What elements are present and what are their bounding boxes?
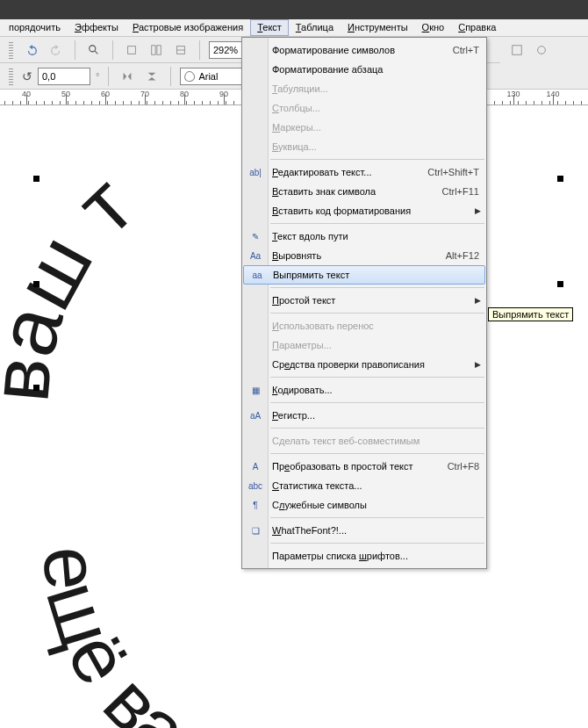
menu-item: Сделать текст веб-совместимым [242,431,486,450]
menu-item[interactable]: Параметры списка шрифтов... [242,546,486,566]
menu-item[interactable]: Вставить код форматирования▶ [242,201,486,220]
menu-text[interactable]: Текст [250,19,289,36]
undo-button[interactable] [22,40,41,60]
menu-item-shortcut: Ctrl+F8 [448,461,479,472]
menu-item-icon: ✎ [247,229,264,243]
menu-item-label: Параметры... [272,340,479,350]
menu-arrange[interactable]: порядочить [2,19,68,36]
menu-item-icon: abc [247,479,264,493]
svg-point-8 [538,47,546,54]
menu-item-label: Вставить знак символа [272,186,442,197]
mirror-h-button[interactable] [118,67,137,86]
menu-help[interactable]: Справка [451,19,503,36]
tool-button[interactable] [122,40,141,60]
coordinate-input[interactable]: 0,0 [38,68,90,85]
menu-item[interactable]: aAРегистр... [242,406,486,425]
svg-line-1 [95,50,98,54]
menu-item[interactable]: ✎Текст вдоль пути [242,227,486,246]
submenu-arrow-icon: ▶ [475,206,481,215]
menu-item-icon: Aa [247,249,264,263]
snap-button[interactable] [507,40,527,60]
menu-item[interactable]: ❏WhatTheFont?!... [242,521,486,540]
toolbar-grip[interactable] [9,41,13,59]
menu-separator [270,313,484,314]
menu-item-label: Сделать текст веб-совместимым [272,436,479,446]
tooltip: Выпрямить текст [488,307,573,321]
menu-window[interactable]: Окно [415,19,452,36]
menu-item-label: Форматирование абзаца [272,64,479,75]
svg-rect-7 [513,46,522,55]
svg-rect-2 [128,46,136,54]
toolbar-separator [75,40,75,60]
menu-separator [270,428,484,429]
menu-item[interactable]: Форматирование символовCtrl+T [242,40,486,60]
menu-item-label: Простой текст [272,295,479,306]
menu-item: Табуляции... [242,79,486,98]
curved-text-top: ваш т [0,158,150,406]
menu-item[interactable]: abcСтатистика текста... [242,476,486,495]
menu-item[interactable]: ab|Редактировать текст...Ctrl+Shift+T [242,162,486,182]
selection-handle[interactable] [33,385,39,391]
menu-item-label: Выровнять [272,250,446,261]
selection-handle[interactable] [33,176,39,182]
menu-item-icon: aa [248,268,266,282]
selection-handle[interactable] [557,176,563,182]
menu-item[interactable]: ¶Служебные символы [242,495,486,515]
menu-table[interactable]: Таблица [289,19,341,36]
window-titlebar-strip [0,0,588,19]
menu-item-icon: ▦ [247,383,264,397]
menu-separator [270,543,484,544]
menu-item: Столбцы... [242,98,486,118]
menu-item-label: Столбцы... [272,103,479,113]
menu-separator [270,517,484,518]
menu-item-icon: ¶ [247,498,264,512]
menu-tools[interactable]: Инструменты [341,19,415,36]
toolbar-separator [108,67,109,86]
menu-item[interactable]: AaВыровнятьAlt+F12 [242,246,486,265]
menu-item-label: Регистр... [272,410,479,421]
menu-item[interactable]: ▦Кодировать... [242,380,486,400]
menu-effects[interactable]: Эффекты [68,19,125,36]
svg-point-0 [90,45,96,51]
menu-bitmap[interactable]: Растровые изображения [125,19,250,36]
toolbar-separator [112,40,113,60]
menu-item[interactable]: AПреобразовать в простой текстCtrl+F8 [242,457,486,476]
menu-item[interactable]: Форматирование абзаца [242,60,486,79]
toolbar-grip[interactable] [9,68,13,85]
selection-handle[interactable] [557,281,563,287]
menu-item-icon: A [247,459,264,473]
tool-button[interactable] [147,40,166,60]
menu-item-icon: aA [247,408,264,422]
tool-button[interactable] [171,40,190,60]
menu-bar: порядочить Эффекты Растровые изображения… [0,19,588,37]
menu-item[interactable]: Вставить знак символаCtrl+F11 [242,182,486,201]
svg-rect-4 [157,45,161,54]
mirror-v-button[interactable] [142,67,161,86]
svg-rect-3 [152,45,155,54]
toolbar-right-fragment-1 [500,37,588,63]
submenu-arrow-icon: ▶ [475,360,481,369]
menu-item-label: Служебные символы [272,500,479,510]
zoom-value: 292% [213,45,238,55]
menu-item[interactable]: aaВыпрямить текст [243,265,485,285]
menu-item-label: Маркеры... [272,122,479,133]
menu-item-label: Табуляции... [272,83,479,94]
menu-item-label: Параметры списка шрифтов... [272,551,479,561]
search-button[interactable] [84,40,104,60]
menu-item[interactable]: Простой текст▶ [242,291,486,310]
rotation-icon: ↺ [22,69,32,83]
menu-item-icon: ❏ [247,523,264,537]
toolbar-separator [199,40,200,60]
menu-item[interactable]: Средства проверки правописания▶ [242,355,486,374]
menu-item-label: Вставить код форматирования [272,205,479,216]
menu-item-label: WhatTheFont?!... [272,525,479,536]
options-button[interactable] [532,40,551,60]
selection-handle[interactable] [33,281,39,287]
redo-button[interactable] [47,40,66,60]
menu-item-label: Текст вдоль пути [272,231,479,241]
font-family-value: Arial [198,71,218,82]
menu-item-label: Статистика текста... [272,480,479,491]
toolbar-separator [170,67,171,86]
menu-separator [270,159,484,160]
menu-item-shortcut: Ctrl+Shift+T [427,167,479,177]
